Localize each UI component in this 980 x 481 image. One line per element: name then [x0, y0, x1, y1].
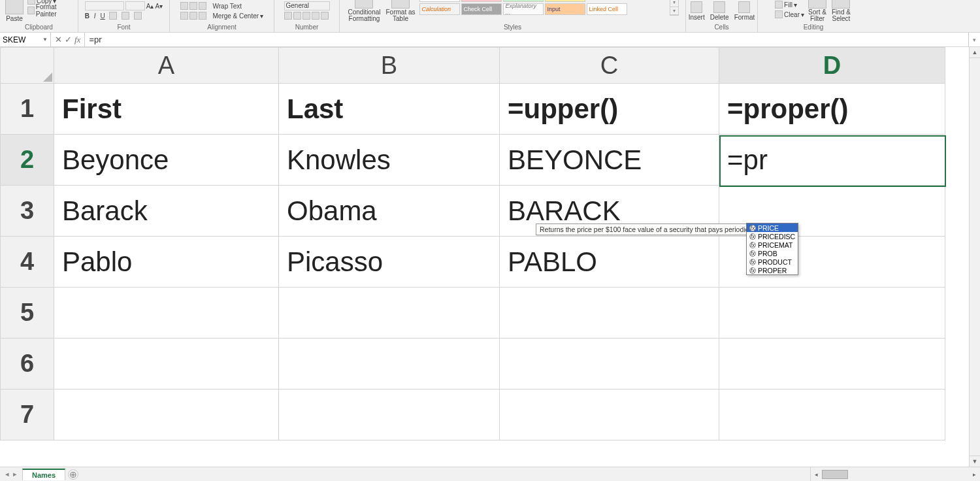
currency-button[interactable]	[284, 12, 292, 20]
hscroll-thumb[interactable]	[822, 470, 848, 479]
cell-b3[interactable]: Obama	[279, 186, 500, 237]
vertical-scrollbar[interactable]: ▲ ▼	[969, 47, 980, 467]
cell-a7[interactable]	[54, 390, 279, 440]
cell-b6[interactable]	[279, 339, 500, 390]
bold-button[interactable]: B	[85, 12, 90, 20]
horizontal-scrollbar[interactable]: ◂ ▸	[810, 467, 980, 481]
row-header-3[interactable]: 3	[1, 186, 54, 237]
style-good[interactable]: Good	[503, 0, 544, 2]
clear-button[interactable]: Clear ▾	[775, 10, 804, 19]
merge-center-button[interactable]: Merge & Center	[212, 12, 259, 20]
cell-a2[interactable]: Beyonce	[54, 135, 279, 186]
cell-b7[interactable]	[279, 390, 500, 440]
cell-a3[interactable]: Barack	[54, 186, 279, 237]
align-mid-button[interactable]	[189, 2, 197, 10]
comma-button[interactable]	[302, 12, 310, 20]
align-right-button[interactable]	[199, 12, 206, 20]
select-all-corner[interactable]	[1, 48, 54, 84]
name-box-dropdown-icon[interactable]: ▼	[42, 37, 48, 42]
font-color-button[interactable]	[134, 12, 142, 20]
insert-cells-button[interactable]: Insert	[687, 1, 706, 21]
style-linked-cell[interactable]: Linked Cell	[587, 3, 627, 15]
autocomplete-item-prob[interactable]: fxPROB	[747, 249, 798, 257]
fx-icon[interactable]: fx	[74, 35, 80, 45]
name-box[interactable]: SKEW ▼	[0, 33, 51, 46]
cell-c5[interactable]	[500, 288, 719, 339]
cell-c2[interactable]: BEYONCE	[500, 135, 719, 186]
row-header-2[interactable]: 2	[1, 135, 54, 186]
row-header-7[interactable]: 7	[1, 390, 54, 440]
col-header-a[interactable]: A	[54, 48, 279, 84]
sort-filter-button[interactable]: Sort & Filter	[807, 0, 828, 22]
cell-c6[interactable]	[500, 339, 719, 390]
cell-b4[interactable]: Picasso	[279, 237, 500, 288]
cell-styles-gallery[interactable]: Normal Bad Good Neutral Calculation Chec…	[419, 0, 670, 16]
align-bottom-button[interactable]	[199, 2, 206, 10]
style-neutral[interactable]: Neutral	[545, 0, 585, 2]
conditional-formatting-button[interactable]: Conditional Formatting	[346, 0, 382, 22]
cell-a1[interactable]: First	[54, 84, 279, 135]
cell-a5[interactable]	[54, 288, 279, 339]
cancel-formula-button[interactable]: ✕	[55, 35, 62, 44]
row-header-4[interactable]: 4	[1, 237, 54, 288]
italic-button[interactable]: I	[94, 12, 96, 20]
scroll-up-button[interactable]: ▲	[970, 47, 980, 58]
style-calculation[interactable]: Calculation	[419, 3, 460, 15]
formula-bar-expand-button[interactable]: ▾	[968, 33, 980, 46]
underline-button[interactable]: U	[100, 12, 105, 20]
cell-c4[interactable]: PABLO	[500, 237, 719, 288]
paste-button[interactable]: Paste	[4, 0, 25, 22]
delete-cells-button[interactable]: Delete	[709, 1, 730, 21]
autocomplete-item-pricedisc[interactable]: fxPRICEDISC	[747, 232, 798, 241]
cell-a6[interactable]	[54, 339, 279, 390]
cell-b5[interactable]	[279, 288, 500, 339]
fill-button[interactable]: Fill ▾	[775, 0, 804, 9]
cell-c1[interactable]: =upper()	[500, 84, 719, 135]
cell-d5[interactable]	[719, 288, 945, 339]
autocomplete-item-proper[interactable]: fxPROPER	[747, 266, 798, 274]
row-header-6[interactable]: 6	[1, 339, 54, 390]
cell-d7[interactable]	[719, 390, 945, 440]
col-header-b[interactable]: B	[279, 48, 500, 84]
align-left-button[interactable]	[180, 12, 188, 20]
style-explanatory[interactable]: Explanatory ...	[503, 3, 544, 15]
cell-b1[interactable]: Last	[279, 84, 500, 135]
style-input[interactable]: Input	[545, 3, 585, 15]
sheet-nav-buttons[interactable]: ◂▸	[0, 470, 22, 478]
autocomplete-item-pricemat[interactable]: fxPRICEMAT	[747, 241, 798, 249]
fill-color-button[interactable]	[122, 12, 129, 20]
style-check-cell[interactable]: Check Cell	[461, 3, 502, 15]
col-header-c[interactable]: C	[500, 48, 719, 84]
formula-input[interactable]: =pr	[85, 33, 968, 46]
cell-d1[interactable]: =proper()	[719, 84, 945, 135]
wrap-text-button[interactable]: Wrap Text	[212, 3, 242, 10]
style-bad[interactable]: Bad	[461, 0, 502, 2]
autocomplete-item-price[interactable]: fxPRICE	[747, 224, 798, 232]
increase-decimal-button[interactable]	[312, 12, 319, 20]
styles-scroll[interactable]: ▴▾▾	[670, 0, 679, 16]
add-sheet-button[interactable]: ⊕	[68, 469, 78, 480]
cell-d2[interactable]: =pr	[719, 135, 945, 186]
number-format-dropdown[interactable]: General	[284, 1, 330, 10]
cell-b2[interactable]: Knowles	[279, 135, 500, 186]
scroll-left-button[interactable]: ◂	[811, 467, 822, 481]
sheet-tab-names[interactable]: Names	[22, 469, 65, 480]
formula-autocomplete[interactable]: fxPRICE fxPRICEDISC fxPRICEMAT fxPROB fx…	[746, 223, 798, 275]
align-top-button[interactable]	[180, 2, 188, 10]
enter-formula-button[interactable]: ✓	[65, 35, 72, 44]
increase-font-button[interactable]: A▴	[146, 3, 154, 10]
row-header-1[interactable]: 1	[1, 84, 54, 135]
align-center-button[interactable]	[189, 12, 197, 20]
decrease-decimal-button[interactable]	[321, 12, 329, 20]
spreadsheet-grid[interactable]: A B C D 1 First Last =upper() =proper() …	[0, 47, 945, 440]
percent-button[interactable]	[293, 12, 301, 20]
cell-a4[interactable]: Pablo	[54, 237, 279, 288]
decrease-font-button[interactable]: A▾	[155, 3, 163, 10]
border-button[interactable]	[109, 12, 117, 20]
cell-d6[interactable]	[719, 339, 945, 390]
style-normal[interactable]: Normal	[419, 0, 460, 2]
row-header-5[interactable]: 5	[1, 288, 54, 339]
scroll-down-button[interactable]: ▼	[970, 456, 980, 467]
format-painter-button[interactable]: Format Painter	[27, 6, 74, 15]
cell-c7[interactable]	[500, 390, 719, 440]
